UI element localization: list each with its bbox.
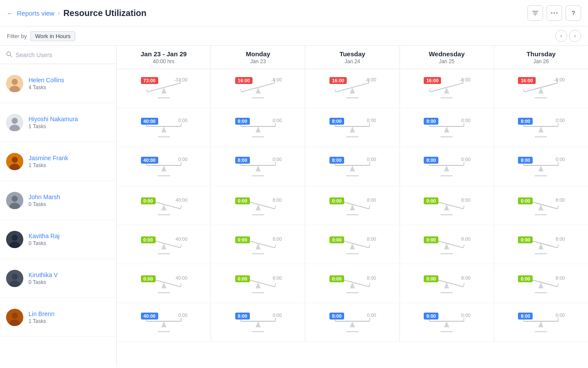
svg-line-159 <box>275 283 275 287</box>
table-row: 0:00 40:00 0:00 <box>117 225 588 264</box>
daily-cell-2: 16:00 -8:00 <box>400 69 494 108</box>
svg-point-1 <box>554 13 555 14</box>
user-row: Lin Brenn 1 Tasks <box>0 298 116 337</box>
svg-marker-76 <box>161 165 166 171</box>
svg-line-169 <box>463 283 464 287</box>
table-row: 40:00 0:00 8:00 <box>117 108 588 147</box>
date-range-header: Jan 23 - Jan 29 40:00 hrs <box>117 46 211 69</box>
tuesday-date: Jan 24 <box>309 58 396 65</box>
right-area: Jan 23 - Jan 29 40:00 hrs Monday Jan 23 … <box>117 46 588 366</box>
filter-chip[interactable]: Work in Hours <box>30 31 75 41</box>
svg-marker-66 <box>444 126 449 132</box>
user-name[interactable]: Jasmine Frank <box>29 155 110 161</box>
table-row: 40:00 0:00 8:00 <box>117 303 588 342</box>
daily-cell-2: 0:00 8:00 <box>400 264 494 303</box>
daily-cell-1: 8:00 0:00 <box>305 147 399 186</box>
search-icon <box>6 51 12 58</box>
monday-header: Monday Jan 23 <box>211 46 305 69</box>
svg-line-33 <box>241 89 242 92</box>
svg-point-11 <box>12 157 18 163</box>
svg-point-20 <box>12 274 18 280</box>
date-range-hours: 40:00 hrs <box>120 58 207 65</box>
thursday-header: Thursday Jan 26 <box>494 46 588 69</box>
filter-icon-button[interactable] <box>527 5 543 21</box>
svg-point-17 <box>12 235 18 241</box>
svg-point-23 <box>12 313 18 319</box>
nav-next-button[interactable]: › <box>569 30 581 42</box>
top-bar: ← Reports view › Resource Utilization ? <box>0 0 588 26</box>
user-row: Jasmine Frank 1 Tasks <box>0 142 116 181</box>
user-tasks: 0 Tasks <box>29 279 110 285</box>
svg-line-124 <box>558 205 559 209</box>
user-name[interactable]: Kiruthika V <box>29 271 110 278</box>
tuesday-header: Tuesday Jan 24 <box>305 46 399 69</box>
col-headers: Jan 23 - Jan 29 40:00 hrs Monday Jan 23 … <box>117 46 588 69</box>
daily-cell-0: 8:00 0:00 <box>211 303 305 342</box>
total-cell: 40:00 0:00 <box>117 108 211 147</box>
daily-cell-3: 16:00 -8:00 <box>494 69 588 108</box>
nav-prev-button[interactable]: ‹ <box>555 30 567 42</box>
user-tasks: 0 Tasks <box>29 240 110 246</box>
daily-cell-2: 0:00 8:00 <box>400 186 494 225</box>
svg-point-8 <box>12 118 18 124</box>
total-cell: 40:00 0:00 <box>117 303 211 342</box>
wednesday-header: Wednesday Jan 25 <box>400 46 494 69</box>
avatar <box>6 309 23 326</box>
user-tasks: 4 Tasks <box>29 84 110 90</box>
user-name[interactable]: John Marsh <box>29 194 110 200</box>
monday-day: Monday <box>214 50 301 58</box>
daily-cell-0: 0:00 8:00 <box>211 186 305 225</box>
daily-cell-0: 8:00 0:00 <box>211 108 305 147</box>
svg-marker-81 <box>256 165 261 171</box>
search-box <box>0 46 116 64</box>
total-cell: 0:00 40:00 <box>117 186 211 225</box>
monday-date: Jan 23 <box>214 58 301 65</box>
help-button[interactable]: ? <box>566 5 581 21</box>
svg-line-129 <box>180 244 181 248</box>
svg-marker-186 <box>350 321 355 327</box>
main-grid: Helen Collins 4 Tasks Hiyoshi Nakamura 1… <box>0 46 588 366</box>
svg-marker-71 <box>538 126 543 132</box>
svg-marker-191 <box>444 321 449 327</box>
daily-cell-1: 8:00 0:00 <box>305 303 399 342</box>
svg-marker-56 <box>256 126 261 132</box>
svg-point-5 <box>12 79 18 85</box>
daily-cell-1: 0:00 8:00 <box>305 186 399 225</box>
svg-point-2 <box>556 13 558 14</box>
user-name[interactable]: Lin Brenn <box>29 310 110 317</box>
svg-line-38 <box>335 89 336 92</box>
svg-marker-181 <box>256 321 261 327</box>
total-cell: 73:00 -33:00 <box>117 69 211 108</box>
avatar <box>6 270 23 287</box>
total-cell: 40:00 0:00 <box>117 147 211 186</box>
svg-point-0 <box>551 13 553 14</box>
daily-cell-3: 0:00 8:00 <box>494 186 588 225</box>
svg-marker-176 <box>161 321 166 327</box>
daily-cell-1: 8:00 0:00 <box>305 108 399 147</box>
more-options-button[interactable] <box>546 5 562 21</box>
user-name[interactable]: Helen Collins <box>29 77 110 84</box>
left-panel: Helen Collins 4 Tasks Hiyoshi Nakamura 1… <box>0 46 117 366</box>
daily-cell-3: 8:00 0:00 <box>494 147 588 186</box>
daily-cell-1: 0:00 8:00 <box>305 225 399 264</box>
breadcrumb-sep: › <box>58 10 60 16</box>
user-row: Kavitha Raj 0 Tasks <box>0 220 116 259</box>
svg-marker-196 <box>538 321 543 327</box>
svg-marker-86 <box>350 165 355 171</box>
svg-line-144 <box>463 244 464 248</box>
user-tasks: 1 Tasks <box>29 123 110 129</box>
svg-line-104 <box>180 205 181 209</box>
table-row: 40:00 0:00 8:00 <box>117 147 588 186</box>
search-input[interactable] <box>16 52 110 58</box>
user-name[interactable]: Kavitha Raj <box>29 232 110 239</box>
user-row: Hiyoshi Nakamura 1 Tasks <box>0 103 116 142</box>
filter-bar: Filter by Work in Hours ‹ › <box>0 26 588 46</box>
user-name[interactable]: Hiyoshi Nakamura <box>29 116 110 123</box>
user-row: John Marsh 0 Tasks <box>0 181 116 220</box>
daily-cell-2: 8:00 0:00 <box>400 108 494 147</box>
back-arrow-icon[interactable]: ← <box>7 10 13 17</box>
daily-cell-3: 0:00 8:00 <box>494 264 588 303</box>
reports-link[interactable]: Reports view <box>17 10 54 17</box>
svg-point-3 <box>7 52 11 56</box>
svg-line-28 <box>146 89 147 92</box>
